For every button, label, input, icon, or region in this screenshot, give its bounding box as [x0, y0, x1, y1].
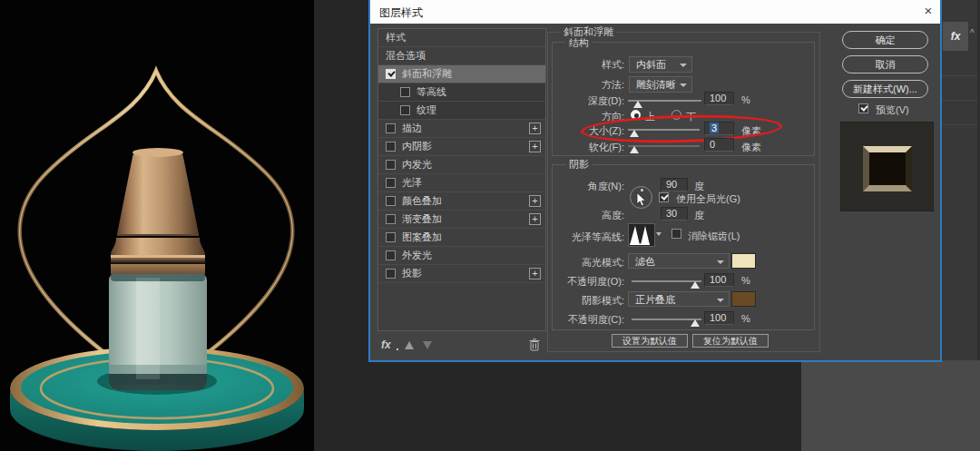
preview-checkbox[interactable]	[858, 103, 868, 113]
chevron-down-icon	[717, 260, 724, 264]
dialog-title: 图层样式	[379, 5, 423, 21]
checkbox-icon[interactable]	[400, 87, 410, 97]
size-input[interactable]: 3	[704, 122, 734, 135]
reset-default-button[interactable]: 复位为默认值	[692, 334, 769, 348]
checkbox-icon[interactable]	[400, 105, 410, 115]
altitude-unit: 度	[694, 209, 704, 222]
layer-fx-badge[interactable]: fx	[943, 22, 968, 51]
soften-label: 软化(F):	[508, 141, 624, 154]
set-default-button[interactable]: 设置为默认值	[612, 334, 688, 348]
checkbox-icon[interactable]	[386, 160, 396, 170]
bevel-preview-square	[863, 146, 912, 191]
chevron-down-icon	[717, 299, 724, 302]
gloss-contour-label: 光泽等高线:	[508, 230, 624, 244]
plus-icon[interactable]: +	[529, 195, 541, 207]
sidebar-item-inner-glow[interactable]: 内发光	[378, 156, 545, 174]
close-icon[interactable]: ×	[920, 3, 936, 19]
new-style-button[interactable]: 新建样式(W)...	[842, 80, 928, 98]
anti-alias-label: 消除锯齿(L)	[688, 230, 740, 243]
row-label: 内发光	[402, 158, 432, 172]
style-value: 内斜面	[636, 59, 666, 70]
cancel-button[interactable]: 取消	[842, 55, 928, 74]
preview-label: 预览(V)	[876, 103, 909, 117]
opacity-shadow-label: 不透明度(C):	[508, 313, 624, 327]
sidebar-item-color-overlay[interactable]: 颜色叠加 +	[378, 192, 545, 211]
angle-unit: 度	[694, 180, 704, 193]
opacity-highlight-input[interactable]: 100	[704, 273, 734, 287]
divider	[940, 100, 977, 101]
row-label: 外发光	[402, 249, 432, 262]
opacity-highlight-label: 不透明度(O):	[508, 275, 624, 289]
checkbox-icon[interactable]	[386, 250, 396, 260]
row-label: 投影	[402, 267, 422, 280]
direction-down-radio[interactable]	[671, 110, 681, 120]
size-slider-thumb[interactable]	[630, 130, 639, 137]
row-label: 渐变叠加	[402, 212, 442, 226]
highlight-mode-select[interactable]: 滤色	[628, 253, 730, 269]
product-photo-art	[0, 0, 314, 451]
move-up-icon[interactable]	[405, 341, 414, 349]
soften-input[interactable]: 0	[704, 138, 734, 152]
checkbox-icon[interactable]	[386, 69, 396, 79]
shadow-mode-label: 阴影模式:	[508, 294, 624, 308]
global-light-label: 使用全局光(G)	[676, 192, 740, 206]
chevron-down-icon	[680, 64, 687, 67]
highlight-color-swatch[interactable]	[731, 253, 756, 269]
styles-toolbar: fx	[377, 335, 546, 357]
altitude-input[interactable]: 30	[661, 207, 688, 221]
ok-button[interactable]: 确定	[842, 31, 928, 49]
divider	[940, 124, 977, 125]
row-label: 图案叠加	[402, 230, 442, 244]
product-photo	[0, 0, 314, 451]
size-value-selected: 3	[710, 123, 719, 133]
chevron-down-icon[interactable]	[656, 232, 662, 236]
opacity-shadow-thumb[interactable]	[691, 319, 700, 327]
checkbox-icon[interactable]	[386, 178, 396, 188]
soften-slider-thumb[interactable]	[630, 146, 639, 153]
row-label: 描边	[402, 122, 422, 135]
anti-alias-checkbox[interactable]	[671, 229, 681, 239]
delete-effect-icon[interactable]	[529, 338, 540, 351]
row-label: 光泽	[402, 176, 422, 190]
technique-select[interactable]: 雕刻清晰	[629, 76, 692, 93]
add-effect-button[interactable]: fx	[381, 338, 391, 351]
direction-label: 方向:	[508, 110, 624, 123]
structure-legend: 结构	[565, 36, 593, 50]
sidebar-item-styles[interactable]: 样式	[378, 29, 545, 47]
opacity-shadow-unit: %	[741, 313, 750, 324]
size-label: 大小(Z):	[508, 124, 624, 138]
layers-panel-strip: fx ^	[940, 0, 980, 360]
checkbox-icon[interactable]	[386, 269, 396, 279]
shadow-mode-value: 正片叠底	[635, 294, 675, 305]
checkbox-icon[interactable]	[386, 232, 396, 242]
checkbox-icon[interactable]	[386, 123, 396, 133]
row-label: 颜色叠加	[402, 194, 442, 208]
direction-up-label: 上	[645, 110, 655, 123]
checkbox-icon[interactable]	[386, 214, 396, 224]
highlight-mode-value: 滤色	[635, 256, 655, 267]
style-select[interactable]: 内斜面	[629, 56, 692, 73]
angle-label: 角度(N):	[508, 180, 624, 193]
checkbox-icon[interactable]	[386, 196, 396, 206]
row-label: 等高线	[416, 85, 446, 99]
row-label: 斜面和浮雕	[402, 67, 452, 81]
depth-input[interactable]: 100	[704, 92, 734, 105]
collapse-caret-icon[interactable]: ^	[970, 28, 975, 38]
angle-dial[interactable]	[630, 186, 652, 209]
global-light-checkbox[interactable]	[659, 192, 669, 202]
depth-slider-thumb[interactable]	[633, 101, 642, 108]
angle-input[interactable]: 90	[661, 178, 688, 191]
size-unit: 像素	[741, 124, 761, 138]
gloss-contour-swatch[interactable]	[628, 223, 655, 247]
shadow-color-swatch[interactable]	[731, 291, 756, 307]
shadow-mode-select[interactable]: 正片叠底	[628, 291, 730, 307]
opacity-shadow-input[interactable]: 100	[704, 311, 734, 325]
move-down-icon[interactable]	[423, 341, 432, 349]
opacity-highlight-thumb[interactable]	[691, 281, 700, 289]
dialog-titlebar[interactable]: 图层样式 ×	[370, 0, 940, 24]
depth-unit: %	[741, 94, 750, 105]
chevron-down-icon	[680, 83, 687, 87]
checkbox-icon[interactable]	[386, 142, 396, 152]
depth-label: 深度(D):	[508, 94, 624, 108]
direction-up-radio[interactable]	[631, 110, 641, 120]
